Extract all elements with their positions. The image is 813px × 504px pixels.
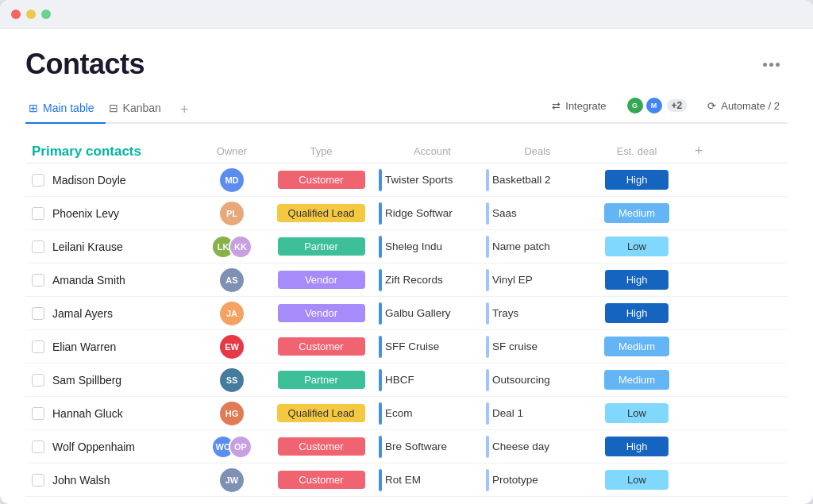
cell-est-deal: Low: [589, 403, 684, 423]
avatar: KK: [229, 235, 252, 259]
dot-yellow: [26, 10, 36, 19]
app-window: Contacts ⊞ Main table ⊟ Kanban +: [0, 0, 813, 504]
est-deal-badge: Low: [605, 470, 669, 490]
cell-type: Customer: [264, 471, 379, 489]
cell-owner: EW: [200, 335, 264, 359]
cell-deals: SF cruise: [486, 336, 589, 358]
header-actions: [755, 58, 788, 71]
automate-button[interactable]: ⟳ Automate / 2: [699, 97, 788, 115]
more-options-button[interactable]: [755, 58, 788, 71]
cell-account: HBCF: [379, 369, 486, 391]
avatar-group: LKKK: [211, 235, 252, 259]
tab-actions: ⇄ Integrate G M +2 ⟳ Automate / 2: [544, 97, 788, 121]
deal-bar: [486, 469, 489, 491]
cell-est-deal: Low: [589, 470, 684, 490]
cell-name: Amanda Smith: [25, 274, 200, 287]
est-deal-badge: Low: [605, 237, 669, 256]
table-row[interactable]: Sam SpillbergSSPartnerHBCFOutsourcingMed…: [25, 364, 788, 397]
row-checkbox[interactable]: [32, 340, 44, 353]
row-checkbox[interactable]: [32, 474, 44, 487]
est-deal-badge: Medium: [604, 337, 669, 356]
est-deal-badge: Medium: [604, 370, 669, 390]
cell-name: Elian Warren: [25, 340, 200, 353]
col-header-type: Type: [264, 145, 379, 157]
integrate-button[interactable]: ⇄ Integrate: [544, 97, 614, 115]
account-bar: [379, 302, 382, 325]
row-checkbox[interactable]: [32, 207, 44, 220]
titlebar: [0, 0, 813, 29]
automate-label: Automate / 2: [721, 100, 780, 112]
deal-bar: [486, 436, 489, 458]
account-bar: [379, 469, 382, 491]
table-row[interactable]: John WalshJWCustomerRot EMPrototypeLow: [25, 464, 788, 497]
account-bar: [379, 269, 382, 291]
est-deal-badge: High: [605, 437, 669, 456]
table-row[interactable]: Leilani KrauseLKKKPartnerSheleg InduName…: [25, 230, 788, 264]
page-content: Contacts ⊞ Main table ⊟ Kanban +: [0, 29, 813, 504]
avatar: HG: [220, 402, 244, 425]
tab-main-table-label: Main table: [43, 102, 94, 114]
deal-bar: [486, 269, 489, 291]
table-rows: Madison DoyleMDCustomerTwister SportsBas…: [25, 164, 788, 504]
table-row[interactable]: Wolf OppenhaimWOOPCustomerBre SoftwareCh…: [25, 430, 788, 464]
avatar: OP: [229, 435, 252, 459]
tab-main-table[interactable]: ⊞ Main table: [25, 95, 106, 124]
cell-deals: Deal 1: [486, 402, 589, 425]
cell-account: Sheleg Indu: [379, 236, 486, 258]
cell-name: Jamal Ayers: [25, 307, 200, 320]
table-row[interactable]: Jamal AyersJAVendorGalbu GalleryTraysHig…: [25, 297, 788, 330]
table-icon: ⊞: [29, 102, 38, 114]
table-section: Primary contacts Owner Type Account Deal…: [25, 140, 788, 504]
cell-owner: AS: [200, 268, 264, 292]
tabs-bar: ⊞ Main table ⊟ Kanban + ⇄ Integrate G M …: [25, 95, 788, 124]
col-header-add[interactable]: +: [684, 143, 713, 160]
cell-deals: Name patch: [486, 236, 589, 258]
avatar: SS: [220, 368, 244, 392]
cell-account: Zift Records: [379, 269, 486, 291]
section-title: Primary contacts: [25, 144, 200, 160]
tab-kanban[interactable]: ⊟ Kanban: [106, 95, 172, 124]
account-bar: [379, 236, 382, 258]
cell-account: Bre Software: [379, 436, 486, 458]
cell-est-deal: Medium: [589, 370, 684, 390]
cell-deals: Trays: [486, 302, 589, 325]
est-deal-badge: High: [605, 303, 669, 323]
cell-owner: MD: [200, 168, 264, 192]
account-bar: [379, 202, 382, 225]
type-badge: Vendor: [278, 304, 365, 322]
cell-owner: JA: [200, 302, 264, 325]
cell-owner: WOOP: [200, 435, 264, 459]
row-checkbox[interactable]: [32, 407, 44, 420]
cell-name: Hannah Gluck: [25, 407, 200, 420]
col-header-account: Account: [379, 145, 486, 157]
account-bar: [379, 436, 382, 458]
cell-deals: Outsourcing: [486, 369, 589, 391]
cell-type: Partner: [264, 371, 379, 389]
cell-type: Qualified Lead: [264, 204, 379, 222]
add-tab-button[interactable]: +: [172, 102, 197, 118]
integrate-label: Integrate: [565, 100, 606, 112]
cell-name: Sam Spillberg: [25, 374, 200, 387]
col-header-owner: Owner: [200, 145, 264, 157]
table-row[interactable]: Madison DoyleMDCustomerTwister SportsBas…: [25, 164, 788, 197]
row-checkbox[interactable]: [32, 274, 44, 287]
table-row[interactable]: Elian WarrenEWCustomerSFF CruiseSF cruis…: [25, 330, 788, 364]
row-checkbox[interactable]: [32, 374, 44, 387]
cell-account: Twister Sports: [379, 169, 486, 191]
deal-bar: [486, 336, 489, 358]
cell-account: Ridge Softwar: [379, 202, 486, 225]
cell-est-deal: Medium: [589, 337, 684, 356]
col-header-est-deal: Est. deal: [589, 145, 684, 157]
row-checkbox[interactable]: [32, 174, 44, 187]
row-checkbox[interactable]: [32, 441, 44, 453]
table-row[interactable]: Hannah GluckHGQualified LeadEcomDeal 1Lo…: [25, 397, 788, 430]
deal-bar: [486, 202, 489, 225]
row-checkbox[interactable]: [32, 307, 44, 320]
table-row[interactable]: Amanda SmithASVendorZift RecordsVinyl EP…: [25, 264, 788, 297]
cell-deals: Basketball 2: [486, 169, 589, 191]
row-checkbox[interactable]: [32, 240, 44, 253]
cell-type: Customer: [264, 337, 379, 356]
type-badge: Customer: [278, 437, 365, 456]
dot-green: [41, 10, 51, 19]
table-row[interactable]: Phoenix LevyPLQualified LeadRidge Softwa…: [25, 197, 788, 230]
